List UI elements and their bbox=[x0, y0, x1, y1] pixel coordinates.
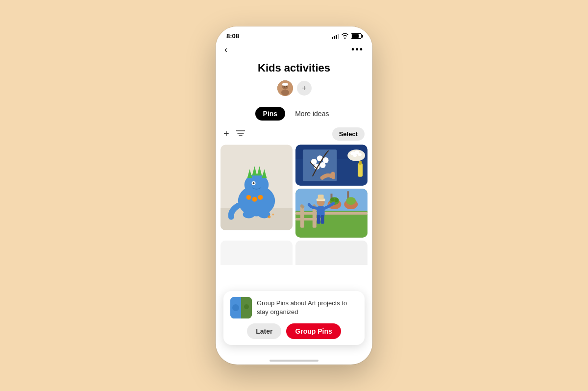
svg-point-2 bbox=[281, 90, 289, 96]
svg-point-40 bbox=[353, 154, 357, 157]
select-button[interactable]: Select bbox=[332, 127, 365, 141]
svg-point-35 bbox=[320, 162, 326, 168]
tab-pins[interactable]: Pins bbox=[255, 107, 286, 121]
svg-rect-45 bbox=[295, 211, 368, 238]
svg-rect-63 bbox=[321, 215, 324, 224]
svg-point-5 bbox=[284, 86, 285, 87]
collaborators: + bbox=[225, 79, 363, 97]
group-pins-button[interactable]: Group Pins bbox=[286, 323, 341, 339]
pin-partial-left bbox=[220, 241, 293, 265]
pin-item-gardening[interactable] bbox=[295, 189, 368, 238]
svg-point-26 bbox=[268, 216, 270, 219]
svg-point-56 bbox=[334, 198, 338, 202]
filter-icon[interactable] bbox=[236, 130, 245, 139]
svg-point-68 bbox=[232, 304, 239, 311]
svg-point-27 bbox=[272, 214, 274, 216]
add-pin-button[interactable]: + bbox=[223, 128, 229, 140]
partial-row bbox=[216, 238, 372, 265]
back-button[interactable]: ‹ bbox=[224, 45, 227, 55]
signal-icon bbox=[332, 33, 339, 39]
toolbar-left: + bbox=[223, 128, 245, 140]
status-time: 8:08 bbox=[226, 32, 239, 40]
svg-rect-14 bbox=[250, 186, 264, 196]
svg-point-55 bbox=[331, 197, 335, 201]
battery-icon bbox=[351, 33, 362, 39]
pin-grid bbox=[216, 145, 372, 238]
svg-point-39 bbox=[358, 153, 362, 156]
pin-right-column bbox=[295, 145, 368, 238]
phone-frame: 8:08 ‹ ••• Kids activities bbox=[216, 26, 372, 365]
svg-rect-41 bbox=[358, 163, 363, 177]
svg-point-24 bbox=[243, 211, 255, 219]
status-bar: 8:08 bbox=[216, 26, 372, 43]
svg-rect-62 bbox=[317, 215, 320, 224]
pin-partial-right bbox=[295, 241, 368, 265]
svg-point-33 bbox=[323, 157, 329, 163]
more-button[interactable]: ••• bbox=[351, 45, 364, 55]
pin-item-flower-craft[interactable] bbox=[295, 145, 368, 186]
svg-rect-46 bbox=[300, 206, 304, 228]
svg-rect-42 bbox=[359, 161, 362, 165]
tabs: Pins More ideas bbox=[216, 104, 372, 125]
pin-item-dino[interactable] bbox=[220, 145, 293, 230]
avatar bbox=[276, 79, 294, 97]
wifi-icon bbox=[342, 33, 348, 39]
tab-more-ideas[interactable]: More ideas bbox=[291, 107, 333, 121]
svg-point-6 bbox=[286, 86, 287, 87]
svg-point-69 bbox=[244, 304, 249, 309]
nav-bar: ‹ ••• bbox=[216, 43, 372, 59]
board-header: Kids activities bbox=[216, 59, 372, 104]
home-indicator bbox=[270, 360, 318, 362]
add-collaborator-button[interactable]: + bbox=[297, 81, 312, 96]
later-button[interactable]: Later bbox=[247, 323, 281, 339]
svg-rect-50 bbox=[295, 212, 368, 215]
board-title: Kids activities bbox=[225, 62, 363, 74]
notification-card: Group Pins about Art projects to stay or… bbox=[223, 291, 365, 345]
notification-actions: Later Group Pins bbox=[230, 323, 358, 339]
notification-text: Group Pins about Art projects to stay or… bbox=[257, 299, 358, 317]
svg-point-4 bbox=[282, 83, 288, 85]
svg-rect-65 bbox=[318, 195, 324, 199]
svg-point-23 bbox=[258, 195, 263, 200]
svg-point-20 bbox=[253, 182, 255, 184]
pin-grid-area bbox=[216, 145, 372, 265]
svg-point-21 bbox=[246, 195, 251, 200]
notification-thumbnail bbox=[230, 297, 252, 318]
status-icons bbox=[332, 33, 362, 39]
svg-point-22 bbox=[252, 197, 257, 202]
svg-point-59 bbox=[346, 197, 356, 205]
toolbar: + Select bbox=[216, 125, 372, 145]
notification-content: Group Pins about Art projects to stay or… bbox=[230, 297, 358, 318]
